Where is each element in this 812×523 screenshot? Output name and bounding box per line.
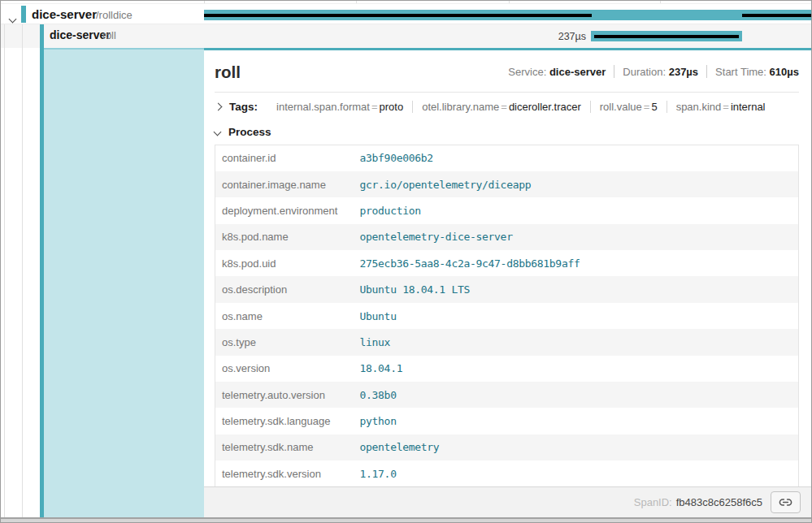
meta-start-time: Start Time: 610µs — [715, 66, 799, 78]
span-service-name[interactable]: dice-server — [32, 7, 97, 21]
tag-item: otel.library.name=diceroller.tracer — [412, 101, 590, 113]
link-icon — [779, 495, 792, 509]
table-row: k8s.pod.nameopentelemetry-dice-server — [215, 224, 799, 250]
span-duration-bar[interactable] — [591, 31, 742, 41]
collapse-chevron-icon[interactable] — [10, 11, 15, 25]
jaeger-trace-detail-window: dice-server /rolldice dice-server roll 2… — [0, 0, 812, 523]
table-row: telemetry.sdk.languagepython — [215, 408, 799, 434]
process-key: os.name — [215, 303, 360, 329]
tag-value: diceroller.tracer — [509, 101, 581, 113]
table-row: telemetry.sdk.nameopentelemetry — [215, 434, 799, 460]
detail-row-highlight — [44, 48, 205, 517]
meta-duration-value: 237µs — [669, 66, 698, 78]
span-detail-panel: roll Service: dice-server Duration: 237µ… — [204, 48, 811, 486]
service-color-accent — [40, 24, 44, 48]
process-key: container.image.name — [215, 171, 360, 197]
tag-key: otel.library.name — [422, 101, 499, 113]
tag-equals: = — [499, 101, 509, 113]
process-key: k8s.pod.name — [215, 224, 360, 250]
table-row: telemetry.auto.version0.38b0 — [215, 382, 799, 408]
tag-item: internal.span.format=proto — [267, 101, 412, 113]
process-key: k8s.pod.uid — [215, 250, 360, 276]
table-row: container.image.namegcr.io/opentelemetry… — [215, 171, 799, 197]
copy-span-link-button[interactable] — [771, 491, 801, 513]
tag-value: 5 — [651, 101, 657, 113]
meta-separator — [614, 65, 614, 78]
tag-key: roll.value — [600, 101, 642, 113]
span-row-roll-selected[interactable]: dice-server roll 237µs — [1, 24, 811, 48]
meta-duration-label: Duration: — [623, 66, 666, 78]
table-row: deployment.environmentproduction — [215, 197, 799, 223]
process-key: telemetry.sdk.language — [215, 408, 360, 434]
tag-item: roll.value=5 — [590, 101, 667, 113]
trace-timeline: dice-server /rolldice dice-server roll 2… — [1, 1, 811, 48]
process-value: gcr.io/opentelemetry/diceapp — [360, 171, 799, 197]
chevron-down-icon — [214, 128, 222, 136]
meta-duration: Duration: 237µs — [623, 66, 698, 78]
tag-key: span.kind — [676, 101, 722, 113]
critical-path-segment — [742, 14, 811, 17]
span-operation-name[interactable]: roll — [102, 30, 116, 41]
service-color-accent — [21, 6, 26, 23]
process-key-value-table: container.ida3bf90e006b2 container.image… — [215, 145, 799, 486]
process-value: opentelemetry-dice-server — [360, 224, 799, 250]
table-row: os.version18.04.1 — [215, 356, 799, 382]
tag-value: internal — [731, 101, 766, 113]
critical-path-segment — [204, 14, 592, 17]
meta-separator — [706, 65, 707, 78]
span-title: roll — [215, 62, 241, 83]
critical-path-segment — [594, 35, 739, 38]
meta-service-label: Service: — [508, 66, 546, 78]
tag-value: proto — [380, 101, 404, 113]
process-value: 0.38b0 — [360, 382, 799, 408]
table-row: os.descriptionUbuntu 18.04.1 LTS — [215, 276, 799, 302]
tag-equals: = — [642, 101, 652, 113]
span-service-name[interactable]: dice-server — [50, 28, 111, 41]
tag-equals: = — [370, 101, 380, 113]
tree-guide-line — [22, 24, 23, 48]
span-duration-label: 237µs — [505, 31, 586, 42]
meta-start-value: 610µs — [770, 66, 799, 78]
tree-guide-line — [22, 48, 23, 517]
span-detail-header: roll Service: dice-server Duration: 237µ… — [215, 62, 799, 83]
tags-label: Tags: — [229, 101, 258, 113]
process-key: os.version — [215, 356, 360, 382]
tags-accordion-collapsed[interactable]: Tags: internal.span.format=proto otel.li… — [215, 93, 799, 120]
table-row: container.ida3bf90e006b2 — [215, 145, 799, 171]
span-meta: Service: dice-server Duration: 237µs Sta… — [508, 65, 799, 78]
process-value: linux — [360, 329, 799, 355]
process-key: deployment.environment — [215, 197, 360, 223]
tag-item: span.kind=internal — [667, 101, 775, 113]
span-operation-name[interactable]: /rolldice — [96, 9, 132, 21]
process-value: opentelemetry — [360, 434, 799, 460]
table-row: k8s.pod.uid275ecb36-5aa8-4c2a-9c47-d8bb6… — [215, 250, 799, 276]
table-row: os.nameUbuntu — [215, 303, 799, 329]
span-duration-bar[interactable] — [204, 10, 811, 20]
tag-equals: = — [721, 101, 731, 113]
process-key: telemetry.auto.version — [215, 382, 360, 408]
meta-start-label: Start Time: — [715, 66, 766, 78]
process-key: telemetry.sdk.name — [215, 434, 360, 460]
chevron-right-icon — [215, 103, 223, 111]
span-id-value: fb483c8c6258f6c5 — [676, 496, 762, 508]
process-key: container.id — [215, 145, 360, 171]
meta-service-value: dice-server — [549, 66, 606, 78]
process-key: telemetry.sdk.version — [215, 460, 360, 486]
window-bottom-edge — [1, 519, 811, 523]
process-key: os.type — [215, 329, 360, 355]
process-value: 1.17.0 — [360, 460, 799, 486]
tag-key: internal.span.format — [276, 101, 370, 113]
span-detail-footer: SpanID: fb483c8c6258f6c5 — [204, 486, 811, 517]
process-accordion-expanded[interactable]: Process — [215, 126, 799, 138]
process-label: Process — [228, 126, 271, 138]
meta-service: Service: dice-server — [508, 66, 606, 78]
process-key: os.description — [215, 276, 360, 302]
table-row: telemetry.sdk.version1.17.0 — [215, 460, 799, 486]
process-value: python — [360, 408, 799, 434]
process-value: 275ecb36-5aa8-4c2a-9c47-d8bb681b9aff — [360, 250, 799, 276]
process-value: a3bf90e006b2 — [360, 145, 799, 171]
span-row-rolldice[interactable]: dice-server /rolldice — [1, 3, 811, 24]
process-value: Ubuntu 18.04.1 LTS — [360, 276, 799, 302]
process-value: 18.04.1 — [360, 356, 799, 382]
span-id-label: SpanID: — [634, 496, 672, 508]
